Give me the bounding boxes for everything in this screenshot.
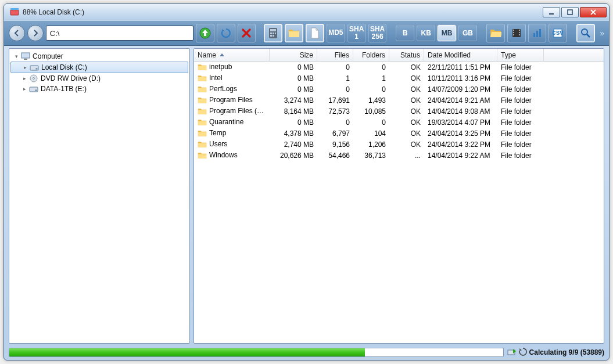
table-row[interactable]: Temp4,378 MB6,797104OK24/04/2014 3:25 PM…	[194, 128, 604, 139]
cell-size: 20,626 MB	[270, 152, 317, 160]
maximize-button[interactable]	[561, 7, 579, 17]
unit-kb-button[interactable]: KB	[417, 25, 435, 41]
svg-rect-31	[30, 87, 38, 92]
drive-arrow-icon	[507, 348, 517, 358]
cell-type: File folder	[497, 140, 544, 149]
tree-item[interactable]: ▸DATA-1TB (E:)	[10, 84, 188, 94]
cell-folders: 10,085	[353, 107, 389, 116]
cell-name: Program Files (x86)	[194, 107, 270, 116]
svg-rect-11	[273, 35, 274, 37]
tree-label: DVD RW Drive (D:)	[40, 74, 102, 82]
svg-rect-19	[533, 33, 535, 37]
unit-b-button[interactable]: B	[396, 25, 414, 41]
drive-icon	[29, 74, 38, 83]
chart-button[interactable]	[528, 24, 547, 42]
status-text: Calculating 9/9 (53889)	[529, 348, 604, 356]
cell-type: File folder	[497, 85, 544, 93]
cell-status: OK	[389, 140, 424, 149]
computer-icon	[21, 52, 30, 61]
tree-item[interactable]: ▸Local Disk (C:)	[10, 62, 188, 73]
expander-icon[interactable]: ▸	[21, 85, 28, 92]
cell-name: Users	[194, 140, 270, 149]
table-row[interactable]: Windows20,626 MB54,46636,713...14/04/201…	[194, 150, 604, 161]
svg-rect-32	[35, 90, 37, 91]
table-row[interactable]: PerfLogs0 MB00OK14/07/2009 1:20 PMFile f…	[194, 84, 604, 95]
table-row[interactable]: Users2,740 MB9,1561,206OK24/04/2014 3:22…	[194, 139, 604, 150]
expander-icon[interactable]: ▸	[21, 64, 28, 71]
table-row[interactable]: Quarantine0 MB00OK19/03/2014 4:07 PMFile…	[194, 117, 604, 128]
svg-rect-6	[270, 29, 276, 31]
delete-button[interactable]	[238, 24, 256, 42]
back-button[interactable]	[9, 25, 25, 41]
cell-date: 10/11/2011 3:16 PM	[424, 74, 497, 82]
cell-files: 6,797	[317, 129, 353, 138]
svg-text:csv: csv	[553, 28, 563, 37]
tree-label: DATA-1TB (E:)	[40, 85, 88, 93]
hash-label: 256	[372, 33, 383, 41]
svg-rect-9	[275, 33, 276, 34]
calculator-button[interactable]	[264, 24, 282, 42]
cell-type: File folder	[497, 74, 544, 82]
table-row[interactable]: Program Files (x86)8,164 MB72,57310,085O…	[194, 106, 604, 117]
file-button[interactable]	[306, 24, 324, 42]
cell-folders: 1,493	[353, 96, 389, 104]
forward-button[interactable]	[27, 25, 44, 41]
open-folder-button[interactable]	[486, 24, 505, 42]
titlebar[interactable]: 88% Local Disk (C:)	[4, 4, 609, 20]
list-header: Name Size Files Folders Status Date Modi…	[194, 49, 604, 62]
col-status[interactable]: Status	[389, 49, 424, 61]
address-input[interactable]	[46, 26, 193, 41]
svg-rect-3	[568, 10, 572, 15]
col-size[interactable]: Size	[270, 49, 317, 61]
col-folders[interactable]: Folders	[353, 49, 389, 61]
tree-root[interactable]: ▾ Computer	[10, 51, 188, 62]
col-date[interactable]: Date Modified	[424, 49, 497, 61]
cell-folders: 1,206	[353, 140, 389, 149]
table-row[interactable]: inetpub0 MB00OK22/11/2011 1:51 PMFile fo…	[194, 62, 604, 73]
cell-date: 14/04/2014 9:22 AM	[424, 152, 497, 160]
cell-name: PerfLogs	[194, 85, 270, 93]
close-button[interactable]	[580, 7, 607, 17]
cell-size: 0 MB	[270, 85, 317, 93]
folder-button[interactable]	[285, 24, 303, 42]
minimize-button[interactable]	[543, 7, 560, 17]
table-row[interactable]: Program Files3,274 MB17,6911,493OK24/04/…	[194, 95, 604, 106]
cell-type: File folder	[497, 118, 544, 127]
unit-mb-button[interactable]: MB	[438, 25, 456, 41]
md5-button[interactable]: MD5	[327, 24, 345, 42]
svg-rect-15	[513, 34, 514, 35]
cell-status: OK	[389, 129, 424, 138]
cell-name: Windows	[194, 151, 270, 160]
chevron-icon[interactable]: »	[600, 28, 604, 38]
cell-type: File folder	[497, 107, 544, 116]
col-files[interactable]: Files	[317, 49, 353, 61]
svg-rect-25	[21, 53, 30, 58]
table-row[interactable]: Intel0 MB11OK10/11/2011 3:16 PMFile fold…	[194, 73, 604, 84]
col-type[interactable]: Type	[497, 49, 544, 61]
tree-panel[interactable]: ▾ Computer ▸Local Disk (C:)▸DVD RW Drive…	[9, 48, 190, 344]
cell-files: 17,691	[317, 96, 353, 104]
tree-item[interactable]: ▸DVD RW Drive (D:)	[10, 73, 188, 84]
cell-type: File folder	[497, 129, 544, 138]
window-title: 88% Local Disk (C:)	[23, 8, 542, 16]
refresh-button[interactable]	[217, 24, 235, 42]
up-button[interactable]	[196, 24, 214, 42]
sha1-button[interactable]: SHA1	[347, 24, 366, 42]
col-name[interactable]: Name	[194, 49, 270, 61]
svg-rect-20	[536, 31, 538, 37]
cell-folders: 0	[353, 118, 389, 127]
expander-icon[interactable]: ▾	[13, 53, 20, 60]
progress-fill	[9, 348, 365, 356]
cell-name: Temp	[194, 129, 270, 138]
csv-button[interactable]: csv	[549, 24, 567, 42]
cell-type: File folder	[497, 152, 544, 160]
search-button[interactable]	[576, 24, 595, 42]
cell-name: Program Files	[194, 96, 270, 104]
cell-size: 0 MB	[270, 118, 317, 127]
film-button[interactable]	[507, 24, 526, 42]
sha256-button[interactable]: SHA256	[368, 24, 387, 42]
unit-gb-button[interactable]: GB	[458, 25, 477, 41]
list-body[interactable]: inetpub0 MB00OK22/11/2011 1:51 PMFile fo…	[194, 62, 604, 343]
toolbar: MD5 SHA1 SHA256 B KB MB GB csv »	[4, 20, 609, 46]
expander-icon[interactable]: ▸	[21, 75, 28, 82]
